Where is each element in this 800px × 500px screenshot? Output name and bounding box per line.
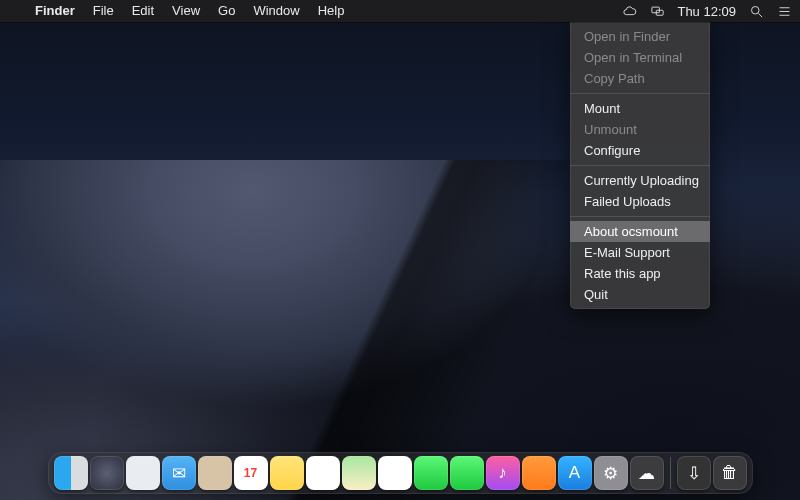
- menu-edit[interactable]: Edit: [123, 0, 163, 22]
- ocsmount-status-menu: Open in FinderOpen in TerminalCopy PathM…: [570, 22, 710, 309]
- app-menu[interactable]: Finder: [26, 0, 84, 22]
- dock-messages[interactable]: [414, 456, 448, 490]
- dock-reminders[interactable]: [306, 456, 340, 490]
- menu-bar: Finder File Edit View Go Window Help Thu…: [0, 0, 800, 22]
- dock-trash[interactable]: 🗑︎: [713, 456, 747, 490]
- menu-item-configure[interactable]: Configure: [570, 140, 710, 161]
- menu-item-unmount: Unmount: [570, 119, 710, 140]
- menu-go[interactable]: Go: [209, 0, 244, 22]
- menu-separator: [570, 165, 710, 166]
- dock-ibooks[interactable]: [522, 456, 556, 490]
- dock-notes[interactable]: [270, 456, 304, 490]
- menu-help[interactable]: Help: [309, 0, 354, 22]
- dock-ocsmount[interactable]: ☁︎: [630, 456, 664, 490]
- dock-downloads[interactable]: ⇩: [677, 456, 711, 490]
- menu-item-mount[interactable]: Mount: [570, 98, 710, 119]
- search-icon[interactable]: [748, 3, 764, 19]
- dock-photos[interactable]: [378, 456, 412, 490]
- dock-separator: [670, 457, 671, 489]
- dock-mail[interactable]: ✉︎: [162, 456, 196, 490]
- svg-line-3: [758, 13, 762, 17]
- dock-system-preferences[interactable]: ⚙︎: [594, 456, 628, 490]
- menu-file[interactable]: File: [84, 0, 123, 22]
- dock-itunes[interactable]: ♪: [486, 456, 520, 490]
- display-mirror-icon[interactable]: [649, 3, 665, 19]
- dock-facetime[interactable]: [450, 456, 484, 490]
- menu-item-rate-this-app[interactable]: Rate this app: [570, 263, 710, 284]
- menu-item-open-in-terminal: Open in Terminal: [570, 47, 710, 68]
- dock: ✉︎17♪A⚙︎☁︎⇩🗑︎: [48, 452, 753, 494]
- menu-separator: [570, 93, 710, 94]
- dock-finder[interactable]: [54, 456, 88, 490]
- svg-point-2: [751, 6, 759, 14]
- menubar-clock[interactable]: Thu 12:09: [677, 4, 736, 19]
- menu-view[interactable]: View: [163, 0, 209, 22]
- dock-calendar[interactable]: 17: [234, 456, 268, 490]
- menu-item-quit[interactable]: Quit: [570, 284, 710, 305]
- menu-window[interactable]: Window: [244, 0, 308, 22]
- menu-item-copy-path: Copy Path: [570, 68, 710, 89]
- menu-item-failed-uploads[interactable]: Failed Uploads: [570, 191, 710, 212]
- dock-container: ✉︎17♪A⚙︎☁︎⇩🗑︎: [0, 452, 800, 494]
- notification-center-icon[interactable]: [776, 3, 792, 19]
- menu-item-open-in-finder: Open in Finder: [570, 26, 710, 47]
- cloud-icon[interactable]: [621, 3, 637, 19]
- menu-item-currently-uploading[interactable]: Currently Uploading: [570, 170, 710, 191]
- dock-maps[interactable]: [342, 456, 376, 490]
- menu-item-e-mail-support[interactable]: E-Mail Support: [570, 242, 710, 263]
- menu-separator: [570, 216, 710, 217]
- dock-appstore[interactable]: A: [558, 456, 592, 490]
- dock-safari[interactable]: [126, 456, 160, 490]
- dock-contacts[interactable]: [198, 456, 232, 490]
- menu-item-about-ocsmount[interactable]: About ocsmount: [570, 221, 710, 242]
- dock-launchpad[interactable]: [90, 456, 124, 490]
